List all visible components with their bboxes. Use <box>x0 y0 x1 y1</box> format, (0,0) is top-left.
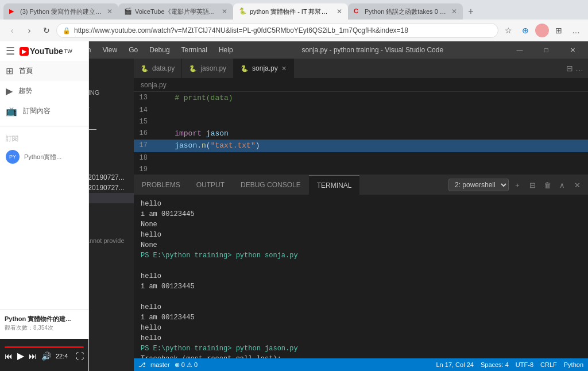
tab-favicon-2: 🎬 <box>124 7 132 16</box>
address-bar[interactable]: 🔒 https://www.youtube.com/watch?v=MZtTCl… <box>56 23 498 38</box>
subscriptions-icon: 📺 <box>6 106 17 117</box>
yt-view-count: 觀看次數：8,354次 <box>5 324 84 332</box>
yt-player-controls: ⏮ ▶ ⏭ 🔊 22:4 ⛶ <box>0 339 88 371</box>
edge-icon[interactable]: ⊕ <box>518 23 533 38</box>
minimize-button[interactable]: — <box>506 41 533 59</box>
menu-debug[interactable]: Debug <box>144 41 175 59</box>
line-number-18: 18 <box>134 152 157 164</box>
yt-nav-trending[interactable]: ▶ 趨勢 <box>0 81 88 101</box>
menu-help[interactable]: Help <box>213 41 239 59</box>
status-encoding[interactable]: UTF-8 <box>516 361 533 368</box>
terminal-line-10 <box>141 292 581 302</box>
yt-prev-button[interactable]: ⏮ <box>5 351 13 361</box>
yt-fullscreen-button[interactable]: ⛶ <box>76 351 84 361</box>
line-content-17: jason.n("taxt.txt") <box>157 140 588 152</box>
youtube-menu-button[interactable]: ☰ <box>6 45 15 57</box>
editor-tab-data[interactable]: 🐍 data.py <box>134 59 182 79</box>
tab-close-4[interactable]: ✕ <box>451 7 457 16</box>
new-tab-button[interactable]: + <box>463 3 479 20</box>
terminal-area: PROBLEMS OUTPUT DEBUG CONSOLE TERMINAL 2… <box>134 175 588 358</box>
tab-close-2[interactable]: ✕ <box>222 7 227 16</box>
sonja-tab-label: sonja.py <box>252 64 278 72</box>
browser-tab-2[interactable]: 🎬 VoiceTube《電影片學英語》60... ✕ <box>118 3 233 20</box>
editor-tab-bar: 🐍 data.py 🐍 jason.py 🐍 sonja.py ✕ ⊟ <box>134 59 588 79</box>
yt-nav-home[interactable]: ⊞ 首頁 <box>0 61 88 81</box>
refresh-button[interactable]: ↻ <box>39 23 54 38</box>
status-branch-icon: ⎇ <box>138 361 146 369</box>
browser-tab-4[interactable]: C Python 錯誤之函數takes 0 posi... ✕ <box>348 3 463 20</box>
terminal-prompt-2: PS E:\python training> <box>141 345 236 353</box>
menu-button[interactable]: … <box>568 23 583 38</box>
yt-sub-item-1[interactable]: PY Python實體... <box>0 146 88 167</box>
terminal-line-16: Traceback (most recent call last): <box>141 354 581 358</box>
status-bar: ⎇ master ⊗ 0 ⚠ 0 Ln 17, Col 24 Spaces: 4… <box>134 358 588 371</box>
terminal-tab-debug[interactable]: DEBUG CONSOLE <box>233 175 309 195</box>
extensions-button[interactable]: ⊞ <box>551 23 566 38</box>
terminal-line-2: i am 00123445 <box>141 209 581 219</box>
bookmark-button[interactable]: ☆ <box>501 23 516 38</box>
terminal-tab-output[interactable]: OUTPUT <box>188 175 233 195</box>
line-number-13: 13 <box>134 92 157 105</box>
terminal-line-3: None <box>141 219 581 230</box>
youtube-logo[interactable]: ▶ YouTube TW <box>20 47 72 56</box>
youtube-logo-icon: ▶ <box>20 47 29 56</box>
terminal-tab-terminal[interactable]: TERMINAL <box>309 175 360 195</box>
more-actions-icon[interactable]: … <box>575 64 583 73</box>
status-ln[interactable]: Ln 17, Col 24 <box>436 361 473 368</box>
navigation-bar: ‹ › ↻ 🔒 https://www.youtube.com/watch?v=… <box>0 20 588 41</box>
maximize-button[interactable]: □ <box>533 41 559 59</box>
line-number-16: 16 <box>134 127 157 140</box>
code-line-14: 14 <box>134 105 588 116</box>
yt-next-button[interactable]: ⏭ <box>29 351 37 361</box>
yt-video-info: Python 實體物件的建... 觀看次數：8,354次 <box>0 310 88 337</box>
menu-view[interactable]: View <box>96 41 123 59</box>
address-text: https://www.youtube.com/watch?v=MZtTClJ7… <box>74 26 492 34</box>
editor-tab-sonja[interactable]: 🐍 sonja.py ✕ <box>234 59 294 79</box>
status-errors: ⊗ 0 ⚠ 0 <box>175 361 198 369</box>
yt-subscription-list: PY Python實體... <box>0 146 88 250</box>
code-editor[interactable]: 13 # print(data) 14 15 16 import jason <box>134 92 588 175</box>
status-language[interactable]: Python <box>564 361 583 368</box>
status-branch[interactable]: master <box>150 361 170 368</box>
browser-tab-3[interactable]: 🐍 python 實體物件 - IT 邦幫化… ✕ <box>233 3 348 20</box>
yt-controls-row: ⏮ ▶ ⏭ 🔊 22:4 ⛶ <box>0 348 88 364</box>
youtube-header: ☰ ▶ YouTube TW <box>0 41 88 61</box>
close-button[interactable]: ✕ <box>559 41 586 59</box>
code-line-16: 16 import jason <box>134 127 588 140</box>
terminal-shell-selector[interactable]: 2: powershell <box>448 179 509 191</box>
terminal-line-11: hello <box>141 302 581 312</box>
yt-volume-button[interactable]: 🔊 <box>41 351 51 361</box>
terminal-trash-button[interactable]: 🗑 <box>541 179 554 191</box>
tab-favicon-4: C <box>354 7 362 16</box>
tab-close-3[interactable]: ✕ <box>336 7 342 16</box>
profile-button[interactable] <box>535 24 549 37</box>
tab-close-1[interactable]: ✕ <box>107 7 113 16</box>
editor-tab-jason[interactable]: 🐍 jason.py <box>182 59 234 79</box>
terminal-line-7 <box>141 261 581 271</box>
code-line-15: 15 <box>134 116 588 127</box>
terminal-up-button[interactable]: ∧ <box>556 179 568 191</box>
forward-button[interactable]: › <box>22 23 37 38</box>
youtube-sidebar: ☰ ▶ YouTube TW ⊞ 首頁 ▶ 趨勢 📺 訂閱內容 訂閱 PY Py… <box>0 41 89 371</box>
status-right: Ln 17, Col 24 Spaces: 4 UTF-8 CRLF Pytho… <box>436 361 583 368</box>
back-button[interactable]: ‹ <box>5 23 20 38</box>
menu-go[interactable]: Go <box>123 41 144 59</box>
status-eol[interactable]: CRLF <box>540 361 557 368</box>
terminal-tab-problems[interactable]: PROBLEMS <box>134 175 188 195</box>
terminal-close-button[interactable]: ✕ <box>571 179 583 191</box>
split-editor-icon[interactable]: ⊟ <box>566 64 573 73</box>
browser-tab-1[interactable]: ▶ (3) Python 愛寫竹件的建立與使... ✕ <box>3 3 118 20</box>
terminal-new-button[interactable]: + <box>511 179 524 191</box>
status-spaces[interactable]: Spaces: 4 <box>481 361 509 368</box>
menu-terminal[interactable]: Terminal <box>176 41 213 59</box>
browser-tab-bar: ▶ (3) Python 愛寫竹件的建立與使... ✕ 🎬 VoiceTube《… <box>0 0 588 20</box>
line-number-15: 15 <box>134 116 157 127</box>
terminal-line-15: PS E:\python training> python jason.py <box>141 343 581 354</box>
yt-nav-subscriptions[interactable]: 📺 訂閱內容 <box>0 101 88 121</box>
terminal-line-6: PS E:\python training> python sonja.py <box>141 250 581 261</box>
terminal-split-button[interactable]: ⊟ <box>526 179 539 191</box>
terminal-content[interactable]: hello i am 00123445 None hello None PS E… <box>134 195 588 358</box>
yt-section-subscriptions: 訂閱 <box>0 131 88 146</box>
sonja-tab-close[interactable]: ✕ <box>281 65 287 72</box>
yt-play-button[interactable]: ▶ <box>17 350 24 361</box>
